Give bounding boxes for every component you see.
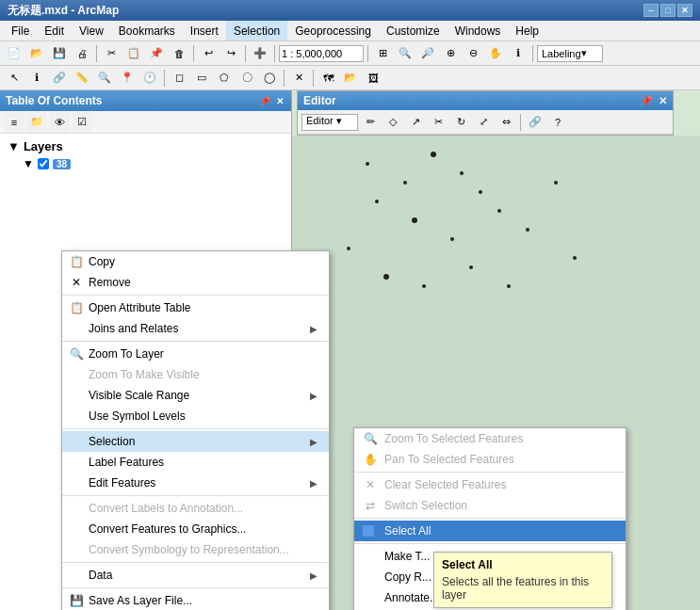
clear-select[interactable]: ✕ — [288, 68, 309, 88]
ctx-data[interactable]: Data ▶ — [62, 565, 329, 586]
editor-sep — [520, 114, 521, 131]
sep-t1 — [164, 70, 165, 87]
sep-t2 — [284, 70, 285, 87]
toc-list-by-source[interactable]: 📁 — [26, 112, 47, 133]
toc-list-by-visibility[interactable]: 👁 — [49, 112, 70, 133]
ctx-joins[interactable]: Joins and Relates ▶ — [62, 318, 329, 339]
data-arrow-icon: ▶ — [310, 570, 317, 581]
rectangle-select[interactable]: ▭ — [191, 68, 212, 88]
sel-select-all[interactable]: Select All — [354, 521, 626, 541]
print-button[interactable]: 🖨 — [72, 43, 92, 64]
polygon-select[interactable]: ⬠ — [214, 68, 235, 88]
toc-layers-group[interactable]: ▼ Layers — [4, 137, 287, 155]
cut-button[interactable]: ✂ — [101, 43, 122, 64]
menu-bookmarks[interactable]: Bookmarks — [111, 21, 183, 40]
menu-edit[interactable]: Edit — [37, 21, 72, 40]
redo-button[interactable]: ↪ — [220, 43, 241, 64]
menu-view[interactable]: View — [72, 21, 111, 40]
menu-windows[interactable]: Windows — [448, 21, 509, 40]
ctx-symbol-levels[interactable]: Use Symbol Levels — [62, 406, 329, 426]
catalog-btn[interactable]: 📂 — [340, 68, 361, 88]
measure-tool[interactable]: 📏 — [72, 68, 92, 88]
ctx-sep-4 — [62, 495, 329, 496]
identify-tool[interactable]: ℹ — [26, 68, 47, 88]
labeling-dropdown[interactable]: Labeling ▾ — [537, 45, 603, 62]
open-button[interactable]: 📂 — [26, 43, 47, 64]
toc-list-by-draw-order[interactable]: ≡ — [4, 112, 24, 133]
ctx-edit-features[interactable]: Edit Features ▶ — [62, 473, 329, 493]
fixed-zoom-out-button[interactable]: ⊖ — [463, 43, 483, 64]
identify-button[interactable]: ℹ — [508, 43, 529, 64]
save-button[interactable]: 💾 — [49, 43, 70, 64]
ctx-label-features[interactable]: Label Features — [62, 452, 329, 473]
ctx-sep-5 — [62, 562, 329, 563]
editor-dropdown[interactable]: Editor ▾ — [301, 114, 358, 131]
lasso-select[interactable]: 〇 — [236, 68, 257, 88]
ctx-save-layer[interactable]: 💾 Save As Layer File... — [62, 590, 329, 610]
restore-button[interactable]: □ — [660, 4, 676, 17]
zoom-in-button[interactable]: 🔍 — [395, 43, 415, 64]
menu-customize[interactable]: Customize — [379, 21, 448, 40]
ctx-copy[interactable]: 📋 Copy — [62, 251, 329, 272]
new-button[interactable]: 📄 — [4, 43, 24, 64]
fixed-zoom-in-button[interactable]: ⊕ — [440, 43, 461, 64]
editor-title: Editor — [303, 94, 336, 107]
mirror-tool[interactable]: ⇔ — [496, 112, 516, 133]
edit-vertices-tool[interactable]: ◇ — [383, 112, 403, 133]
editor-help-btn[interactable]: ? — [547, 112, 568, 133]
time-tool[interactable]: 🕐 — [139, 68, 160, 88]
circle-select[interactable]: ◯ — [259, 68, 280, 88]
go-xy-tool[interactable]: 📍 — [117, 68, 138, 88]
paste-button[interactable]: 📌 — [146, 43, 167, 64]
delete-button[interactable]: 🗑 — [169, 43, 189, 64]
select-tool[interactable]: ↖ — [4, 68, 24, 88]
hyperlink-tool[interactable]: 🔗 — [49, 68, 70, 88]
editor-pin-button[interactable]: 📌 — [640, 95, 653, 107]
svg-point-6 — [375, 200, 379, 203]
svg-point-1 — [403, 181, 407, 185]
menu-help[interactable]: Help — [508, 21, 546, 40]
ctx-visible-scale[interactable]: Visible Scale Range ▶ — [62, 385, 329, 406]
toc-panel: Table Of Contents 📌 ✕ ≡ 📁 👁 ☑ ▼ Layers ▼… — [0, 90, 292, 610]
toc-pin-button[interactable]: 📌 — [257, 96, 272, 106]
reshape-tool[interactable]: ↗ — [405, 112, 426, 133]
toc-layer-item[interactable]: ▼ 38 — [4, 155, 287, 172]
rotate-tool[interactable]: ↻ — [450, 112, 471, 133]
menu-insert[interactable]: Insert — [183, 21, 226, 40]
ctx-convert-labels: Convert Labels to Annotation... — [62, 498, 329, 519]
split-tool[interactable]: ✂ — [428, 112, 448, 133]
menu-geoprocessing[interactable]: Geoprocessing — [287, 21, 379, 40]
undo-button[interactable]: ↩ — [198, 43, 219, 64]
copy-button[interactable]: 📋 — [123, 43, 144, 64]
editor-close-button[interactable]: ✕ — [659, 95, 667, 107]
scale-input[interactable] — [279, 45, 364, 62]
separator-3 — [245, 45, 246, 62]
snapping-btn[interactable]: 🔗 — [525, 112, 545, 133]
basemap-btn[interactable]: 🗺 — [317, 68, 338, 88]
layer-badge: 38 — [53, 159, 71, 169]
ctx-remove[interactable]: ✕ Remove — [62, 272, 329, 293]
ctx-convert-features[interactable]: Convert Features to Graphics... — [62, 519, 329, 539]
layer-visibility-checkbox[interactable] — [38, 158, 49, 169]
menu-file[interactable]: File — [4, 21, 37, 40]
edit-sketch-tool[interactable]: ✏ — [360, 112, 381, 133]
scale-tool[interactable]: ⤢ — [473, 112, 494, 133]
select-elements[interactable]: ◻ — [169, 68, 189, 88]
zoom-out-button[interactable]: 🔎 — [417, 43, 438, 64]
ctx-selection[interactable]: Selection ▶ — [62, 431, 329, 452]
close-button[interactable]: ✕ — [677, 4, 692, 17]
menu-selection[interactable]: Selection — [226, 21, 287, 40]
add-data-button[interactable]: ➕ — [250, 43, 270, 64]
joins-arrow-icon: ▶ — [310, 324, 317, 334]
ctx-open-attr[interactable]: 📋 Open Attribute Table — [62, 297, 329, 318]
find-tool[interactable]: 🔍 — [94, 68, 115, 88]
full-extent-button[interactable]: ⊞ — [372, 43, 393, 64]
ctx-zoom-layer[interactable]: 🔍 Zoom To Layer — [62, 344, 329, 364]
imagery-btn[interactable]: 🖼 — [363, 68, 383, 88]
toc-close-button[interactable]: ✕ — [274, 96, 285, 106]
separator-1 — [96, 45, 97, 62]
toc-list-by-selection[interactable]: ☑ — [72, 112, 92, 133]
minimize-button[interactable]: ─ — [643, 4, 659, 17]
pan-button[interactable]: ✋ — [485, 43, 506, 64]
svg-point-7 — [412, 217, 417, 223]
